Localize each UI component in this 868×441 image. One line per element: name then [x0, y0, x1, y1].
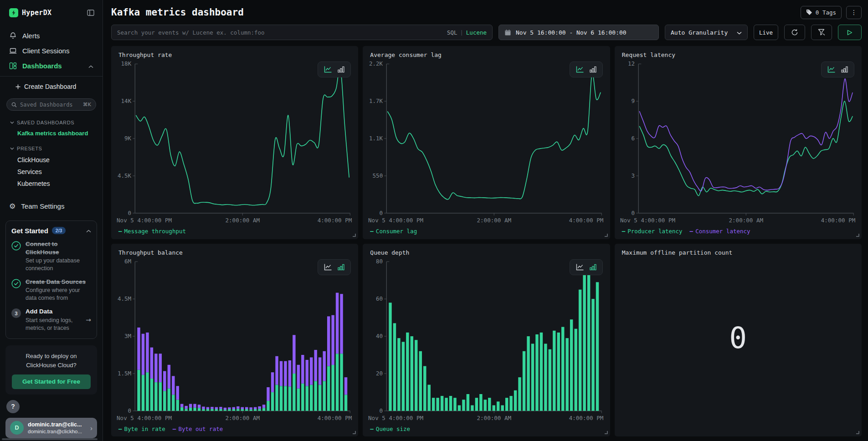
sidebar-item-clickhouse[interactable]: ClickHouse — [5, 154, 97, 166]
saved-dashboards-section[interactable]: SAVED DASHBOARDS — [10, 120, 95, 125]
panel-maximum-offline-partition-count: Maximum offline partition count0 — [615, 244, 862, 437]
legend-item: —Queue size — [370, 426, 410, 432]
presets-section[interactable]: PRESETS — [10, 146, 95, 151]
saved-dashboards-search[interactable]: ⌘K — [6, 98, 96, 111]
chart-legend: —Message throughput — [118, 226, 353, 236]
resize-handle[interactable] — [856, 234, 859, 237]
progress-badge: 2/3 — [52, 227, 66, 234]
legend-item: —Consumer lag — [370, 228, 417, 235]
panel-queue-depth: Queue depth806040200Nov 5 4:00:00 PM2:00… — [363, 244, 610, 437]
chart-mode-toolbar — [318, 62, 351, 77]
dashboards-icon — [9, 62, 17, 70]
user-name: dominic.tran@clic... — [28, 421, 82, 428]
svg-text:0: 0 — [128, 210, 132, 216]
chevron-down-icon — [10, 147, 14, 150]
clickhouse-cloud-promo: Ready to deploy on ClickHouse Cloud? Get… — [5, 345, 97, 395]
chart-canvas: 18K14K9K4.5K0Nov 5 4:00:00 PM2:00:00 AM4… — [117, 58, 353, 226]
svg-text:12: 12 — [628, 60, 635, 67]
chevron-right-icon: › — [90, 424, 92, 432]
svg-text:4:00:00 PM: 4:00:00 PM — [821, 217, 855, 224]
get-started-free-button[interactable]: Get Started for Free — [12, 374, 91, 389]
sql-toggle[interactable]: SQL — [447, 29, 457, 36]
date-range-picker[interactable]: Nov 5 16:00:00 - Nov 6 16:00:00 — [498, 25, 659, 40]
line-chart-mode-icon[interactable] — [827, 66, 835, 73]
svg-text:0: 0 — [128, 407, 132, 414]
bar-chart-mode-icon[interactable] — [841, 66, 848, 73]
get-started-step-datasources[interactable]: Create Data Sources Configure where your… — [11, 278, 91, 302]
dashboard-grid: Throughput rate18K14K9K4.5K0Nov 5 4:00:0… — [111, 46, 862, 436]
chart-mode-toolbar — [318, 259, 351, 275]
resize-handle[interactable] — [353, 431, 356, 434]
svg-text:4:00:00 PM: 4:00:00 PM — [318, 415, 352, 421]
sidebar-scrollbar[interactable] — [2, 438, 98, 440]
granularity-select[interactable]: Auto Granularity — [665, 25, 748, 40]
sidebar-item-kafka-dashboard[interactable]: Kafka metrics dashboard — [5, 128, 97, 138]
svg-text:0: 0 — [631, 210, 635, 216]
chart-mode-toolbar — [821, 62, 854, 77]
svg-text:6M: 6M — [124, 258, 131, 265]
live-button[interactable]: Live — [754, 25, 778, 40]
toolbar: SQL | Lucene Nov 5 16:00:00 - Nov 6 16:0… — [111, 25, 862, 40]
resize-handle[interactable] — [605, 431, 608, 434]
refresh-button[interactable] — [784, 25, 805, 40]
sidebar-item-services[interactable]: Services — [5, 166, 97, 178]
panel-title: Maximum offline partition count — [622, 249, 856, 256]
shortcut-badge: ⌘K — [83, 102, 91, 108]
sidebar-collapse-icon[interactable] — [87, 10, 94, 16]
legend-item: —Producer latency — [622, 228, 683, 235]
svg-text:4:00:00 PM: 4:00:00 PM — [569, 217, 604, 224]
get-started-step-add-data[interactable]: 3 Add Data Start sending logs, metrics, … — [11, 308, 91, 332]
line-chart-mode-icon[interactable] — [576, 66, 584, 73]
create-dashboard-button[interactable]: Create Dashboard — [5, 81, 97, 92]
svg-text:Nov 5 4:00:00 PM: Nov 5 4:00:00 PM — [117, 415, 172, 421]
saved-dashboards-search-input[interactable] — [20, 102, 80, 108]
chevron-up-icon[interactable] — [86, 226, 91, 235]
svg-text:0: 0 — [380, 407, 383, 414]
svg-text:14K: 14K — [121, 97, 132, 104]
svg-text:1.7K: 1.7K — [369, 97, 383, 104]
sidebar-item-alerts[interactable]: Alerts — [5, 29, 97, 42]
line-chart-mode-icon[interactable] — [324, 264, 332, 271]
get-started-step-connect[interactable]: Connect to ClickHouse Set up your databa… — [11, 240, 91, 272]
brand-name: HyperDX — [22, 9, 51, 17]
svg-text:3: 3 — [631, 172, 635, 179]
more-options-button[interactable]: ⋮ — [846, 6, 862, 19]
main-content: Kafka metrics dashboard 0 Tags ⋮ SQL | L… — [103, 0, 868, 441]
brand-row: HyperDX — [5, 6, 97, 18]
sidebar-item-kubernetes[interactable]: Kubernetes — [5, 178, 97, 190]
event-search-input[interactable] — [117, 29, 443, 36]
chevron-down-icon — [10, 121, 14, 124]
lucene-toggle[interactable]: Lucene — [466, 29, 487, 36]
big-number-value: 0 — [620, 256, 856, 434]
sidebar-item-team-settings[interactable]: ⚙ Team Settings — [5, 200, 97, 213]
page-title: Kafka metrics dashboard — [111, 7, 244, 18]
line-chart-mode-icon[interactable] — [576, 264, 584, 271]
run-query-button[interactable] — [838, 25, 862, 40]
bar-chart-mode-icon[interactable] — [338, 264, 344, 271]
step-number-badge: 3 — [11, 308, 21, 318]
bar-chart-mode-icon[interactable] — [590, 66, 596, 73]
chart-canvas: 806040200Nov 5 4:00:00 PM2:00:00 AM4:00:… — [368, 256, 604, 424]
resize-handle[interactable] — [353, 234, 356, 237]
svg-text:4.5M: 4.5M — [118, 295, 132, 302]
panel-throughput-balance: Throughput balance6M4.5M3M1.5M0Nov 5 4:0… — [111, 244, 358, 437]
filter-button[interactable] — [811, 25, 832, 40]
sidebar-item-dashboards[interactable]: Dashboards — [5, 59, 97, 72]
sidebar-item-client-sessions[interactable]: Client Sessions — [5, 44, 97, 57]
user-menu[interactable]: D dominic.tran@clic... dominic.tran@clic… — [5, 418, 97, 438]
chart-mode-toolbar — [570, 62, 603, 77]
bar-chart-mode-icon[interactable] — [590, 264, 596, 271]
help-button[interactable]: ? — [6, 400, 20, 413]
panel-throughput-rate: Throughput rate18K14K9K4.5K0Nov 5 4:00:0… — [111, 46, 358, 239]
resize-handle[interactable] — [856, 431, 859, 434]
bar-chart-mode-icon[interactable] — [338, 66, 344, 73]
legend-item: —Byte in rate — [118, 426, 165, 432]
resize-handle[interactable] — [605, 234, 608, 237]
tags-button[interactable]: 0 Tags — [801, 6, 842, 19]
event-search-box[interactable]: SQL | Lucene — [111, 25, 493, 40]
chart-canvas: 2.2K1.7K1.1K5500Nov 5 4:00:00 PM2:00:00 … — [368, 58, 604, 226]
svg-text:4:00:00 PM: 4:00:00 PM — [569, 415, 604, 421]
chart-legend: —Consumer lag — [370, 226, 604, 236]
chevron-down-icon — [737, 29, 742, 36]
line-chart-mode-icon[interactable] — [324, 66, 332, 73]
